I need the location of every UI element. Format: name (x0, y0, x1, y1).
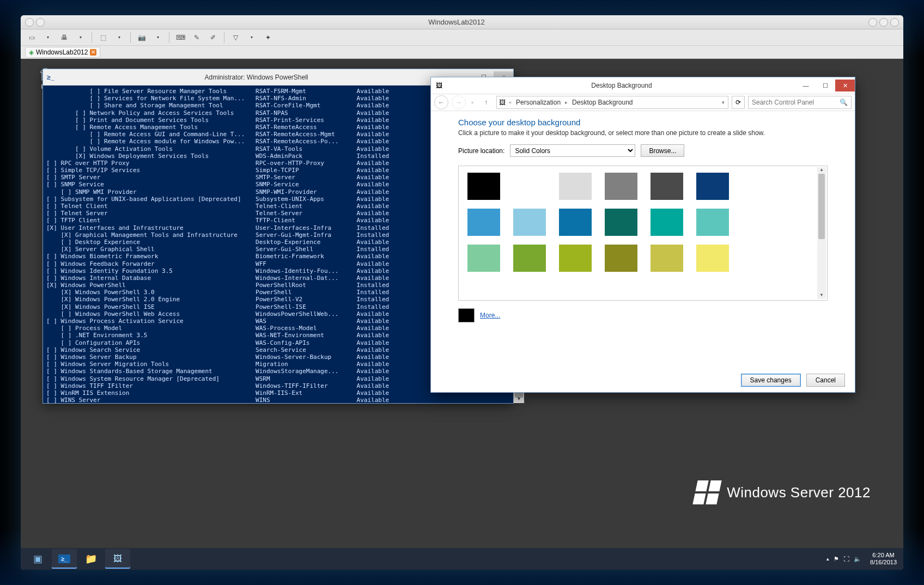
powershell-icon: ≥_ (43, 74, 58, 81)
scroll-thumb[interactable] (818, 174, 825, 239)
taskbar-server-manager[interactable]: ▣ (25, 549, 50, 569)
scroll-down-icon[interactable]: ▼ (817, 292, 826, 299)
breadcrumb-item[interactable]: Personalization (515, 99, 562, 106)
guest-desktop[interactable]: 🗑 Rec Windows Server 2012 ≥_ Administrat… (21, 59, 903, 570)
keyboard-icon[interactable]: ⌨ (175, 32, 186, 43)
folder-icon: 📁 (85, 553, 97, 565)
tab-close-button[interactable]: ✕ (90, 49, 96, 56)
taskbar: ▣ ≥_ 📁 🖼 ▴ ⚑ ⛶ 🔈 6:20 AM 8/16/2013 (21, 548, 903, 570)
save-changes-button[interactable]: Save changes (741, 374, 801, 387)
page-subtext: Click a picture to make it your desktop … (458, 129, 828, 137)
brush-icon[interactable]: ✐ (208, 32, 218, 43)
powershell-icon: ≥_ (58, 554, 70, 563)
tray-flag-icon[interactable]: ⚑ (834, 556, 839, 563)
color-swatch[interactable] (605, 245, 637, 272)
color-swatch[interactable] (651, 245, 683, 272)
vm-host-window: WindowsLab2012 ▭ ▾ 🖶 ▾ ⬚ ▾ 📷 ▾ ⌨ ✎ ✐ ▽ ▾… (21, 15, 903, 570)
tray-date[interactable]: 8/16/2013 (870, 559, 897, 566)
page-heading: Choose your desktop background (458, 118, 828, 127)
separator (224, 32, 224, 43)
color-swatch[interactable] (651, 173, 683, 200)
host-minimize-button[interactable] (868, 18, 877, 27)
separator (130, 32, 131, 43)
search-icon[interactable]: 🔍 (840, 99, 848, 106)
search-box[interactable]: 🔍 (748, 96, 852, 109)
tray-network-icon[interactable]: ⛶ (843, 556, 849, 562)
dropdown-icon[interactable]: ▾ (42, 32, 53, 43)
minimize-button[interactable]: — (796, 80, 816, 92)
color-swatch[interactable] (559, 245, 592, 272)
host-close-button[interactable] (890, 18, 899, 27)
color-swatch[interactable] (467, 245, 500, 272)
filter-icon[interactable]: ▽ (230, 32, 241, 43)
disk-icon[interactable]: ⬚ (98, 32, 108, 43)
more-colors-link[interactable]: More... (480, 312, 500, 319)
host-pin-icon[interactable] (36, 18, 45, 27)
picture-location-label: Picture location: (458, 147, 504, 155)
tray-time[interactable]: 6:20 AM (870, 552, 897, 559)
nav-forward-button[interactable]: → (452, 95, 466, 109)
server-manager-icon: ▣ (33, 553, 42, 565)
color-swatch[interactable] (513, 245, 546, 272)
brand-text: Windows Server 2012 (727, 484, 871, 501)
host-menu-icon[interactable] (25, 18, 34, 27)
system-tray: ▴ ⚑ ⛶ 🔈 6:20 AM 8/16/2013 (826, 552, 899, 566)
color-grid (467, 173, 818, 272)
dropdown-icon[interactable]: ▾ (246, 32, 257, 43)
control-panel-icon: 🖼 (499, 99, 506, 106)
nav-back-button[interactable]: ← (434, 95, 448, 109)
nav-up-button[interactable]: ↑ (479, 95, 493, 109)
dropdown-icon[interactable]: ▾ (114, 32, 125, 43)
cancel-button[interactable]: Cancel (806, 374, 845, 387)
color-swatch-panel: ▲ ▼ (458, 166, 828, 301)
color-swatch[interactable] (651, 209, 683, 236)
panel-scrollbar[interactable]: ▲ ▼ (817, 167, 826, 299)
color-swatch[interactable] (696, 209, 729, 236)
cp-footer: Save changes Cancel (431, 368, 855, 392)
camera-icon[interactable]: 📷 (136, 32, 147, 43)
scroll-down-icon[interactable]: ▼ (514, 394, 524, 403)
search-input[interactable] (752, 99, 840, 106)
color-swatch[interactable] (696, 173, 729, 200)
color-swatch[interactable] (605, 173, 637, 200)
sparkle-icon[interactable]: ✦ (263, 32, 273, 43)
taskbar-powershell[interactable]: ≥_ (52, 549, 77, 569)
maximize-button[interactable]: ☐ (816, 80, 835, 92)
print-icon[interactable]: 🖶 (59, 32, 70, 43)
chevron-left-icon: « (508, 100, 513, 105)
current-color-swatch (458, 308, 475, 322)
nav-history-dropdown[interactable]: ▾ (469, 95, 476, 109)
color-swatch[interactable] (559, 173, 592, 200)
scroll-up-icon[interactable]: ▲ (817, 167, 826, 174)
address-bar: ← → ▾ ↑ 🖼 « Personalization ▸ Desktop Ba… (431, 94, 855, 111)
color-swatch[interactable] (467, 209, 500, 236)
fullscreen-icon[interactable]: ▭ (26, 32, 37, 43)
browse-button[interactable]: Browse... (641, 144, 684, 157)
color-swatch[interactable] (513, 209, 546, 236)
chevron-right-icon: ▸ (564, 100, 569, 105)
close-button[interactable]: ✕ (835, 80, 855, 92)
breadcrumb[interactable]: 🖼 « Personalization ▸ Desktop Background… (496, 96, 728, 109)
color-swatch[interactable] (605, 209, 637, 236)
vm-host-titlebar[interactable]: WindowsLab2012 (21, 15, 903, 29)
taskbar-control-panel[interactable]: 🖼 (105, 549, 130, 569)
taskbar-explorer[interactable]: 📁 (78, 549, 104, 569)
host-maximize-button[interactable] (879, 18, 888, 27)
vm-tab[interactable]: ◈ WindowsLab2012 ✕ (25, 47, 100, 58)
powershell-title: Administrator: Windows PowerShell (58, 74, 454, 81)
color-swatch[interactable] (467, 173, 500, 200)
windows-logo-icon (692, 480, 721, 504)
picture-location-select[interactable]: Solid Colors (510, 144, 635, 157)
tray-volume-icon[interactable]: 🔈 (854, 556, 861, 563)
breadcrumb-item[interactable]: Desktop Background (571, 99, 634, 106)
wand-icon[interactable]: ✎ (191, 32, 202, 43)
personalization-icon: 🖼 (431, 82, 447, 89)
chevron-down-icon[interactable]: ▾ (721, 100, 726, 105)
color-swatch[interactable] (559, 209, 592, 236)
dropdown-icon[interactable]: ▾ (75, 32, 86, 43)
color-swatch[interactable] (696, 245, 729, 272)
refresh-button[interactable]: ⟳ (732, 96, 745, 109)
tray-chevron-up-icon[interactable]: ▴ (826, 556, 829, 562)
dropdown-icon[interactable]: ▾ (153, 32, 163, 43)
cp-titlebar[interactable]: 🖼 Desktop Background — ☐ ✕ (431, 77, 855, 94)
